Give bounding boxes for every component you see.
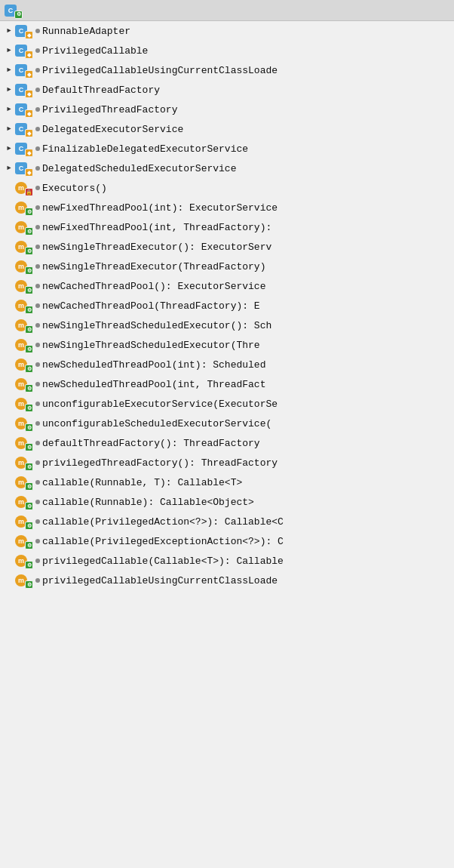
- tree-row[interactable]: m⚙defaultThreadFactory(): ThreadFactory: [0, 433, 454, 453]
- tree-row[interactable]: m⚙privilegedCallable(Callable<T>): Calla…: [0, 551, 454, 571]
- tree-row[interactable]: ►C◆PrivilegedThreadFactory: [0, 100, 454, 119]
- tree-item-label: FinalizableDelegatedExecutorService: [42, 143, 248, 155]
- tree-arrow: [3, 555, 15, 567]
- dot-separator: [35, 186, 40, 190]
- tree-item-label: privilegedThreadFactory(): ThreadFactory: [42, 457, 278, 469]
- tree-item-label: defaultThreadFactory(): ThreadFactory: [42, 438, 260, 449]
- tree-arrow: [3, 378, 15, 390]
- tree-row[interactable]: m⚙newScheduledThreadPool(int): Scheduled: [0, 355, 454, 374]
- tree-item-label: newCachedThreadPool(ThreadFactory): E: [42, 300, 260, 312]
- method-icon-wrapper: m⚙: [15, 259, 32, 274]
- method-icon-wrapper: m⚙: [15, 337, 32, 352]
- tree-arrow: ►: [3, 103, 15, 115]
- tree-item-label: callable(Runnable, T): Callable<T>: [42, 477, 242, 488]
- tree-item-label: RunnableAdapter: [42, 26, 130, 37]
- dot-separator: [35, 68, 40, 72]
- tree-item-label: DefaultThreadFactory: [42, 85, 160, 96]
- tree-arrow: ►: [3, 25, 15, 37]
- tree-item-label: unconfigurableScheduledExecutorService(: [42, 418, 271, 429]
- method-icon-wrapper: m⚙: [15, 239, 32, 254]
- dot-separator: [35, 303, 40, 308]
- method-overlay-icon: ⚙: [25, 443, 33, 451]
- dot-separator: [35, 480, 40, 485]
- tree-row[interactable]: m⚙newCachedThreadPool(ThreadFactory): E: [0, 296, 454, 315]
- tree-row[interactable]: m⚙callable(PrivilegedAction<?>): Callabl…: [0, 512, 454, 531]
- tree-row[interactable]: m⚙newSingleThreadExecutor(): ExecutorSer…: [0, 237, 454, 257]
- tree-row[interactable]: ►C◆FinalizableDelegatedExecutorService: [0, 139, 454, 159]
- tree-row[interactable]: ►C◆RunnableAdapter: [0, 21, 454, 41]
- tree-item-label: callable(Runnable): Callable<Object>: [42, 497, 254, 508]
- dot-separator: [35, 421, 40, 426]
- tree-row[interactable]: m🔒Executors(): [0, 178, 454, 198]
- dot-separator: [35, 166, 40, 171]
- tree-row[interactable]: m⚙callable(PrivilegedExceptionAction<?>)…: [0, 531, 454, 551]
- dot-separator: [35, 284, 40, 288]
- lock-overlay-icon: 🔒: [25, 188, 33, 196]
- tree-row[interactable]: ►C◆DelegatedExecutorService: [0, 119, 454, 139]
- dot-separator: [35, 382, 40, 386]
- tree-arrow: [3, 359, 15, 371]
- tree-arrow: ►: [3, 143, 15, 155]
- class-overlay-icon: ◆: [25, 90, 33, 98]
- tree-row[interactable]: ►C◆DefaultThreadFactory: [0, 80, 454, 100]
- method-icon-wrapper: m⚙: [15, 377, 32, 392]
- method-overlay-icon: ⚙: [25, 247, 33, 255]
- method-icon-wrapper: m⚙: [15, 514, 32, 529]
- class-overlay-icon: ◆: [25, 51, 33, 59]
- tree-arrow: ►: [3, 84, 15, 96]
- tree-item-label: Executors(): [42, 183, 107, 194]
- tree-row[interactable]: ►C◆PrivilegedCallableUsingCurrentClassLo…: [0, 60, 454, 80]
- dot-separator: [35, 107, 40, 112]
- method-overlay-icon: ⚙: [25, 365, 33, 373]
- tree-row[interactable]: m⚙privilegedThreadFactory(): ThreadFacto…: [0, 453, 454, 472]
- tree-row[interactable]: m⚙newCachedThreadPool(): ExecutorService: [0, 276, 454, 296]
- tree-arrow: [3, 280, 15, 292]
- method-overlay-icon: ⚙: [25, 463, 33, 471]
- dot-separator: [35, 29, 40, 33]
- tree-row[interactable]: m⚙callable(Runnable, T): Callable<T>: [0, 472, 454, 492]
- method-icon-wrapper: m⚙: [15, 318, 32, 333]
- dot-separator: [35, 146, 40, 151]
- dot-separator: [35, 539, 40, 543]
- class-overlay-icon: ◆: [25, 168, 33, 177]
- tree-arrow: [3, 398, 15, 410]
- dot-separator: [35, 225, 40, 229]
- tree-row[interactable]: m⚙unconfigurableScheduledExecutorService…: [0, 414, 454, 433]
- tree-row[interactable]: ►C◆DelegatedScheduledExecutorService: [0, 159, 454, 178]
- tree-row[interactable]: m⚙newFixedThreadPool(int): ExecutorServi…: [0, 198, 454, 217]
- dot-separator: [35, 205, 40, 210]
- method-overlay-icon: ⚙: [25, 384, 33, 392]
- tree-arrow: [3, 437, 15, 449]
- tree-item-label: PrivilegedThreadFactory: [42, 104, 177, 115]
- tree-row[interactable]: m⚙privilegedCallableUsingCurrentClassLoa…: [0, 571, 454, 590]
- tree-row[interactable]: m⚙newSingleThreadScheduledExecutor(): Sc…: [0, 315, 454, 335]
- tree-item-label: newSingleThreadExecutor(ThreadFactory): [42, 261, 265, 272]
- tree-row[interactable]: m⚙newSingleThreadExecutor(ThreadFactory): [0, 257, 454, 276]
- tree-arrow: [3, 182, 15, 194]
- class-icon-wrapper: C◆: [15, 82, 32, 97]
- method-overlay-icon: ⚙: [25, 306, 33, 314]
- tree-arrow: [3, 496, 15, 508]
- class-overlay-icon: ◆: [25, 129, 33, 137]
- tree-row[interactable]: m⚙unconfigurableExecutorService(Executor…: [0, 394, 454, 414]
- tree-row[interactable]: m⚙callable(Runnable): Callable<Object>: [0, 492, 454, 512]
- tree-row[interactable]: ►C◆PrivilegedCallable: [0, 41, 454, 60]
- tree-arrow: [3, 241, 15, 253]
- dot-separator: [35, 460, 40, 465]
- tree-row[interactable]: m⚙newSingleThreadScheduledExecutor(Thre: [0, 335, 454, 355]
- method-overlay-icon: ⚙: [25, 208, 33, 216]
- method-icon-wrapper: m⚙: [15, 200, 32, 215]
- tree-item-label: newSingleThreadExecutor(): ExecutorServ: [42, 242, 271, 253]
- tree-item-label: newFixedThreadPool(int): ExecutorService: [42, 202, 278, 214]
- dot-separator: [35, 559, 40, 563]
- dot-separator: [35, 88, 40, 92]
- tree-row[interactable]: m⚙newScheduledThreadPool(int, ThreadFact: [0, 374, 454, 394]
- header-row: C ⚙: [0, 0, 454, 21]
- class-icon-wrapper: C◆: [15, 23, 32, 38]
- header-overlay-icon: ⚙: [14, 11, 23, 19]
- method-overlay-icon: ⚙: [25, 345, 33, 353]
- tree-row[interactable]: m⚙newFixedThreadPool(int, ThreadFactory)…: [0, 217, 454, 237]
- dot-separator: [35, 519, 40, 524]
- dot-separator: [35, 343, 40, 347]
- tree-item-label: newCachedThreadPool(): ExecutorService: [42, 281, 265, 292]
